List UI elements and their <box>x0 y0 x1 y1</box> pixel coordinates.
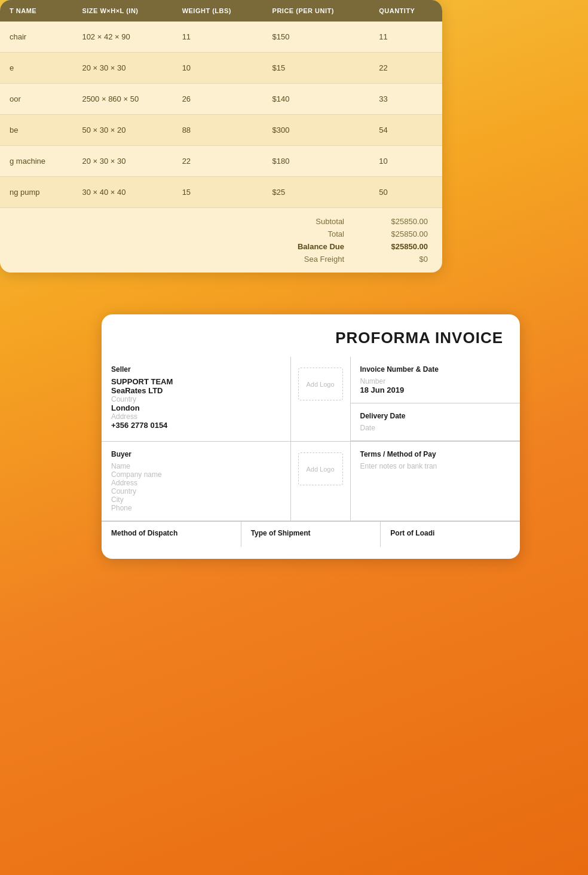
buyer-name-placeholder: Name <box>111 462 281 470</box>
total-row: Total $25850.00 <box>0 228 428 240</box>
add-logo-buyer-button[interactable]: Add Logo <box>298 452 343 485</box>
cell-weight: 22 <box>173 146 263 177</box>
subtotal-value: $25850.00 <box>380 217 428 226</box>
seller-label: Seller <box>111 365 281 374</box>
cell-weight: 88 <box>173 115 263 146</box>
cell-price: $25 <box>263 177 370 208</box>
table-row: chair102 × 42 × 9011$15011 <box>0 22 442 53</box>
total-value: $25850.00 <box>380 230 428 238</box>
buyer-address-placeholder: Address <box>111 479 281 487</box>
invoice-number-placeholder: Number <box>360 377 511 386</box>
cell-name: ng pump <box>0 177 72 208</box>
buyer-main: Buyer Name Company name Address Country … <box>102 442 291 521</box>
delivery-date-section: Delivery Date Date <box>351 403 520 441</box>
col-header-weight: WEIGHT (LBS) <box>173 0 263 22</box>
subtotal-label: Subtotal <box>284 217 344 226</box>
delivery-date-placeholder: Date <box>360 424 511 432</box>
cell-name: e <box>0 53 72 84</box>
cell-size: 30 × 40 × 40 <box>72 177 172 208</box>
cell-quantity: 22 <box>369 53 442 84</box>
seller-logo-area: Add Logo <box>291 357 351 441</box>
table-row: be50 × 30 × 2088$30054 <box>0 115 442 146</box>
col-header-name: T NAME <box>0 0 72 22</box>
cell-weight: 10 <box>173 53 263 84</box>
cell-weight: 11 <box>173 22 263 53</box>
summary-section: Subtotal $25850.00 Total $25850.00 Balan… <box>0 208 442 273</box>
buyer-city-placeholder: City <box>111 495 281 504</box>
terms-placeholder: Enter notes or bank tran <box>360 462 511 470</box>
cell-weight: 15 <box>173 177 263 208</box>
col-header-size: SIZE W×H×L (IN) <box>72 0 172 22</box>
bottom-row: Method of Dispatch Type of Shipment Port… <box>102 521 520 547</box>
col-header-price: PRICE (PER UNIT) <box>263 0 370 22</box>
seller-address-placeholder: Address <box>111 412 281 421</box>
cell-name: be <box>0 115 72 146</box>
type-of-shipment-cell: Type of Shipment <box>241 522 381 547</box>
balance-due-label: Balance Due <box>284 242 344 251</box>
add-logo-buyer-label: Add Logo <box>306 466 334 473</box>
seller-country-placeholder: Country <box>111 395 281 403</box>
seller-phone: +356 2778 0154 <box>111 421 281 430</box>
cell-size: 20 × 30 × 30 <box>72 146 172 177</box>
total-label: Total <box>284 230 344 238</box>
cell-size: 102 × 42 × 90 <box>72 22 172 53</box>
seller-city: London <box>111 403 281 412</box>
delivery-date-label: Delivery Date <box>360 412 511 420</box>
seller-main: Seller SUPPORT TEAM SeaRates LTD Country… <box>102 357 291 441</box>
add-logo-label: Add Logo <box>306 381 334 388</box>
seller-name: SUPPORT TEAM <box>111 377 281 386</box>
cell-price: $140 <box>263 84 370 115</box>
cell-name: g machine <box>0 146 72 177</box>
method-of-dispatch-cell: Method of Dispatch <box>102 522 241 547</box>
buyer-label: Buyer <box>111 450 281 458</box>
sea-freight-row: Sea Freight $0 <box>0 253 428 265</box>
invoice-table: T NAME SIZE W×H×L (IN) WEIGHT (LBS) PRIC… <box>0 0 442 208</box>
terms-section: Terms / Method of Pay Enter notes or ban… <box>351 442 520 479</box>
buyer-company-placeholder: Company name <box>111 470 281 479</box>
table-row: oor2500 × 860 × 5026$14033 <box>0 84 442 115</box>
sea-freight-value: $0 <box>380 255 428 264</box>
table-row: ng pump30 × 40 × 4015$2550 <box>0 177 442 208</box>
cell-weight: 26 <box>173 84 263 115</box>
invoice-number-section: Invoice Number & Date Number 18 Jun 2019 <box>351 357 520 403</box>
proforma-title: PROFORMA INVOICE <box>102 314 520 357</box>
cell-quantity: 54 <box>369 115 442 146</box>
col-header-quantity: QUANTITY <box>369 0 442 22</box>
terms-label: Terms / Method of Pay <box>360 450 511 458</box>
type-of-shipment-label: Type of Shipment <box>251 529 371 537</box>
port-of-loading-label: Port of Loadi <box>390 529 510 537</box>
cell-quantity: 10 <box>369 146 442 177</box>
table-header-row: T NAME SIZE W×H×L (IN) WEIGHT (LBS) PRIC… <box>0 0 442 22</box>
buyer-section: Buyer Name Company name Address Country … <box>102 442 520 521</box>
buyer-logo-area: Add Logo <box>291 442 351 521</box>
cell-quantity: 11 <box>369 22 442 53</box>
cell-price: $300 <box>263 115 370 146</box>
method-of-dispatch-label: Method of Dispatch <box>111 529 231 537</box>
cell-size: 20 × 30 × 30 <box>72 53 172 84</box>
sea-freight-label: Sea Freight <box>284 255 344 264</box>
cell-size: 2500 × 860 × 50 <box>72 84 172 115</box>
invoice-date: 18 Jun 2019 <box>360 386 511 394</box>
proforma-invoice-card: PROFORMA INVOICE Seller SUPPORT TEAM Sea… <box>102 314 520 559</box>
port-of-loading-cell: Port of Loadi <box>381 522 520 547</box>
cell-price: $180 <box>263 146 370 177</box>
add-logo-button[interactable]: Add Logo <box>298 368 343 400</box>
invoice-number-date-label: Invoice Number & Date <box>360 365 511 374</box>
balance-due-value: $25850.00 <box>380 242 428 251</box>
cell-name: oor <box>0 84 72 115</box>
cell-quantity: 33 <box>369 84 442 115</box>
buyer-country-placeholder: Country <box>111 487 281 495</box>
invoice-table-card: T NAME SIZE W×H×L (IN) WEIGHT (LBS) PRIC… <box>0 0 442 273</box>
table-row: e20 × 30 × 3010$1522 <box>0 53 442 84</box>
balance-due-row: Balance Due $25850.00 <box>0 240 428 253</box>
table-row: g machine20 × 30 × 3022$18010 <box>0 146 442 177</box>
seller-right-panel: Invoice Number & Date Number 18 Jun 2019… <box>351 357 520 441</box>
subtotal-row: Subtotal $25850.00 <box>0 215 428 228</box>
seller-company: SeaRates LTD <box>111 386 281 395</box>
cell-quantity: 50 <box>369 177 442 208</box>
cell-price: $15 <box>263 53 370 84</box>
cell-name: chair <box>0 22 72 53</box>
seller-section: Seller SUPPORT TEAM SeaRates LTD Country… <box>102 357 520 442</box>
buyer-right-panel: Terms / Method of Pay Enter notes or ban… <box>351 442 520 521</box>
cell-price: $150 <box>263 22 370 53</box>
